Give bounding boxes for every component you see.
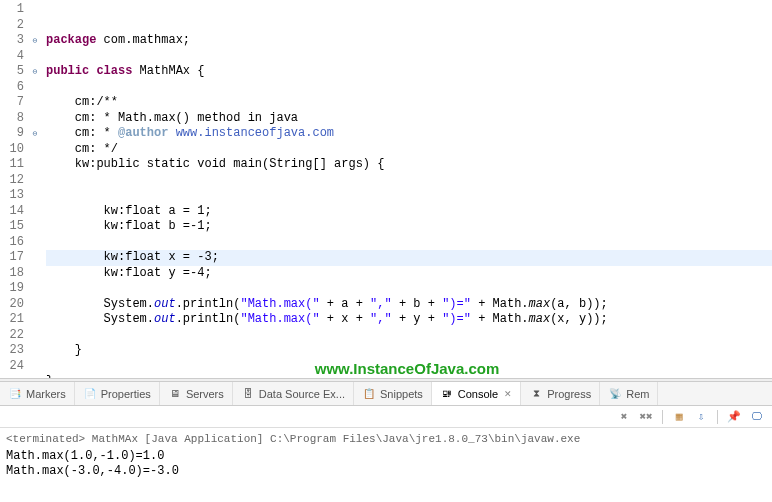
- line-number: 21: [0, 312, 24, 328]
- code-line[interactable]: [46, 80, 772, 96]
- fold-marker[interactable]: ⊖: [28, 33, 42, 49]
- line-number: 14: [0, 204, 24, 220]
- fold-marker[interactable]: ⊖: [28, 126, 42, 142]
- line-number: 7: [0, 95, 24, 111]
- snippets-icon: 📋: [362, 387, 376, 401]
- line-number: 4: [0, 49, 24, 65]
- line-number: 11: [0, 157, 24, 173]
- line-number: 12: [0, 173, 24, 189]
- line-number: 18: [0, 266, 24, 282]
- code-line[interactable]: [46, 281, 772, 297]
- code-line[interactable]: }: [46, 343, 772, 359]
- fold-marker: [28, 297, 42, 313]
- pin-console-icon[interactable]: 📌: [726, 409, 742, 425]
- console-output[interactable]: <terminated> MathMAx [Java Application] …: [0, 428, 772, 483]
- code-line[interactable]: kw:float x = -3;: [46, 250, 772, 266]
- code-line[interactable]: [46, 235, 772, 251]
- tab-snippets[interactable]: 📋Snippets: [354, 382, 432, 405]
- tab-label: Markers: [26, 388, 66, 400]
- code-line[interactable]: public class MathMAx {: [46, 64, 772, 80]
- fold-marker: [28, 343, 42, 359]
- tab-servers[interactable]: 🖥Servers: [160, 382, 233, 405]
- code-line[interactable]: package com.mathmax;: [46, 33, 772, 49]
- code-line[interactable]: [46, 328, 772, 344]
- line-number: 10: [0, 142, 24, 158]
- line-number: 15: [0, 219, 24, 235]
- tab-label: Properties: [101, 388, 151, 400]
- console-line: Math.max(1.0,-1.0)=1.0: [6, 449, 766, 464]
- servers-icon: 🖥: [168, 387, 182, 401]
- tab-label: Snippets: [380, 388, 423, 400]
- console-line: Math.max(-3.0,-4.0)=-3.0: [6, 464, 766, 479]
- scroll-lock-icon[interactable]: ⇩: [693, 409, 709, 425]
- display-console-icon[interactable]: 🖵: [748, 409, 764, 425]
- fold-marker: [28, 142, 42, 158]
- close-icon[interactable]: ✕: [504, 389, 512, 399]
- remove-terminated-icon[interactable]: ✖: [616, 409, 632, 425]
- line-number: 17: [0, 250, 24, 266]
- tab-label: Console: [458, 388, 498, 400]
- remove-all-icon[interactable]: ✖✖: [638, 409, 654, 425]
- fold-marker: [28, 204, 42, 220]
- tab-progress[interactable]: ⧗Progress: [521, 382, 600, 405]
- line-number: 1: [0, 2, 24, 18]
- fold-marker: [28, 250, 42, 266]
- line-number: 5: [0, 64, 24, 80]
- code-line[interactable]: kw:float a = 1;: [46, 204, 772, 220]
- code-line[interactable]: cm: */: [46, 142, 772, 158]
- line-number: 16: [0, 235, 24, 251]
- rem-icon: 📡: [608, 387, 622, 401]
- separator: [662, 410, 663, 424]
- fold-marker: [28, 312, 42, 328]
- line-number: 2: [0, 18, 24, 34]
- code-line[interactable]: System.out.println("Math.max(" + x + ","…: [46, 312, 772, 328]
- tab-label: Progress: [547, 388, 591, 400]
- fold-marker: [28, 359, 42, 375]
- properties-icon: 📄: [83, 387, 97, 401]
- tab-properties[interactable]: 📄Properties: [75, 382, 160, 405]
- folding-gutter: ⊖⊖⊖: [28, 0, 42, 378]
- fold-marker: [28, 266, 42, 282]
- code-line[interactable]: kw:float b =-1;: [46, 219, 772, 235]
- fold-marker: [28, 18, 42, 34]
- line-number: 19: [0, 281, 24, 297]
- line-number: 6: [0, 80, 24, 96]
- tab-markers[interactable]: 📑Markers: [0, 382, 75, 405]
- code-line[interactable]: cm: * Math.max() method in java: [46, 111, 772, 127]
- tab-console[interactable]: 🖳Console✕: [432, 382, 521, 405]
- code-editor: 123456789101112131415161718192021222324 …: [0, 0, 772, 378]
- code-content[interactable]: package com.mathmax;public class MathMAx…: [42, 0, 772, 378]
- separator: [717, 410, 718, 424]
- fold-marker[interactable]: ⊖: [28, 64, 42, 80]
- tab-label: Servers: [186, 388, 224, 400]
- line-number: 9: [0, 126, 24, 142]
- tab-rem[interactable]: 📡Rem: [600, 382, 658, 405]
- line-number: 24: [0, 359, 24, 375]
- code-line[interactable]: cm: * @author www.instanceofjava.com: [46, 126, 772, 142]
- code-line[interactable]: [46, 49, 772, 65]
- fold-marker: [28, 157, 42, 173]
- line-number: 13: [0, 188, 24, 204]
- fold-marker: [28, 80, 42, 96]
- code-line[interactable]: [46, 188, 772, 204]
- markers-icon: 📑: [8, 387, 22, 401]
- console-toolbar: ✖ ✖✖ ▦ ⇩ 📌 🖵: [0, 406, 772, 428]
- watermark-text: www.InstanceOfJava.com: [315, 361, 500, 377]
- clear-console-icon[interactable]: ▦: [671, 409, 687, 425]
- line-number: 22: [0, 328, 24, 344]
- code-line[interactable]: [46, 173, 772, 189]
- code-line[interactable]: cm:/**: [46, 95, 772, 111]
- fold-marker: [28, 235, 42, 251]
- tab-label: Data Source Ex...: [259, 388, 345, 400]
- line-number: 20: [0, 297, 24, 313]
- fold-marker: [28, 188, 42, 204]
- fold-marker: [28, 328, 42, 344]
- tab-datasource[interactable]: 🗄Data Source Ex...: [233, 382, 354, 405]
- fold-marker: [28, 173, 42, 189]
- line-number: 23: [0, 343, 24, 359]
- console-process-title: <terminated> MathMAx [Java Application] …: [6, 432, 766, 447]
- fold-marker: [28, 49, 42, 65]
- code-line[interactable]: kw:float y =-4;: [46, 266, 772, 282]
- code-line[interactable]: System.out.println("Math.max(" + a + ","…: [46, 297, 772, 313]
- code-line[interactable]: kw:public static void main(String[] args…: [46, 157, 772, 173]
